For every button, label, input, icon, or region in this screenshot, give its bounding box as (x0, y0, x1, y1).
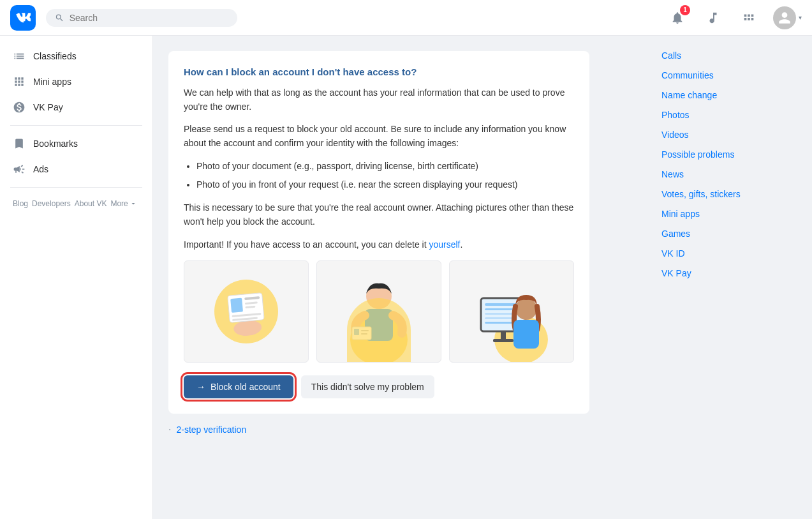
top-nav: 1 ▾ (0, 0, 812, 36)
ads-icon (13, 163, 26, 176)
sidebar-divider-2 (10, 187, 142, 188)
sidebar-item-classifieds[interactable]: Classifieds (0, 43, 152, 69)
right-sidebar-item-9[interactable]: Games (661, 224, 797, 244)
images-row (184, 260, 574, 363)
right-sidebar-item-6[interactable]: News (661, 165, 797, 184)
nav-icon-group: 1 ▾ (666, 6, 802, 29)
svg-point-24 (515, 298, 537, 320)
footer-developers[interactable]: Developers (32, 199, 71, 208)
avatar (773, 6, 796, 29)
search-input[interactable] (70, 13, 228, 23)
right-sidebar-item-7[interactable]: Votes, gifts, stickers (661, 184, 797, 204)
sidebar-item-vkpay[interactable]: VK Pay (0, 94, 152, 120)
illustration-person-card (316, 260, 441, 363)
vk-logo[interactable] (10, 5, 36, 31)
svg-rect-22 (501, 331, 506, 339)
search-box[interactable] (46, 9, 237, 27)
right-sidebar-item-11[interactable]: VK Pay (661, 264, 797, 283)
mini-apps-label: Mini apps (33, 77, 71, 87)
left-sidebar: Classifieds Mini apps VK Pay Bookmarks (0, 36, 153, 519)
btn-row: → Block old account This didn't solve my… (184, 375, 574, 398)
article-para2: Please send us a request to block your o… (184, 123, 574, 150)
avatar-icon (778, 11, 792, 25)
main-content: How can I block an account I don't have … (153, 36, 646, 519)
right-sidebar-item-5[interactable]: Possible problems (661, 145, 797, 165)
right-sidebar-item-4[interactable]: Videos (661, 125, 797, 145)
article-list: Photo of your document (e.g., passport, … (184, 160, 574, 192)
article-para1: We can help with that as long as the acc… (184, 86, 574, 114)
block-btn-label: Block old account (210, 382, 281, 392)
grid-button[interactable] (737, 6, 760, 29)
footer-blog[interactable]: Blog (13, 199, 28, 208)
yourself-link[interactable]: yourself (429, 239, 460, 250)
article-bullet2: Photo of you in front of your request (i… (196, 178, 574, 192)
svg-rect-20 (485, 317, 513, 319)
svg-rect-25 (513, 320, 539, 349)
footer-more[interactable]: More (110, 199, 137, 208)
classifieds-icon (13, 50, 26, 63)
sidebar-item-ads[interactable]: Ads (0, 156, 152, 182)
right-sidebar-item-2[interactable]: Name change (661, 86, 797, 105)
notification-badge: 1 (680, 5, 690, 15)
search-icon (55, 13, 64, 23)
article-para3: This is necessary to be sure that you're… (184, 201, 574, 229)
right-sidebar-item-10[interactable]: VK ID (661, 244, 797, 264)
grid-icon (742, 11, 756, 25)
block-old-account-button[interactable]: → Block old account (184, 375, 293, 398)
vkpay-icon (13, 101, 26, 114)
mini-apps-icon (13, 75, 26, 88)
illustration-person-computer (449, 260, 574, 363)
two-step-link[interactable]: 2-step verification (168, 424, 631, 435)
right-sidebar-item-0[interactable]: Calls (661, 46, 797, 66)
didnt-solve-button[interactable]: This didn't solve my problem (301, 375, 434, 398)
illustration-document (184, 260, 309, 363)
article-bullet1: Photo of your document (e.g., passport, … (196, 160, 574, 174)
sidebar-divider-1 (10, 125, 142, 126)
right-sidebar-item-8[interactable]: Mini apps (661, 204, 797, 224)
article-para4: Important! If you have access to an acco… (184, 238, 574, 252)
svg-rect-2 (230, 298, 243, 313)
two-step-label: 2-step verification (176, 425, 246, 435)
article-body: We can help with that as long as the acc… (184, 86, 574, 252)
chevron-down-icon: ▾ (799, 14, 802, 21)
right-sidebar: CallsCommunitiesName changePhotosVideosP… (646, 36, 812, 519)
document-illus-svg (216, 282, 277, 338)
music-icon (706, 11, 720, 25)
right-sidebar-item-1[interactable]: Communities (661, 66, 797, 86)
right-sidebar-item-3[interactable]: Photos (661, 105, 797, 125)
bookmarks-icon (13, 137, 26, 150)
svg-rect-18 (485, 308, 517, 310)
sidebar-item-bookmarks[interactable]: Bookmarks (0, 131, 152, 156)
chevron-down-small-icon (129, 200, 137, 207)
article-title: How can I block an account I don't have … (184, 66, 574, 77)
arrow-icon: → (196, 382, 205, 392)
article-card: How can I block an account I don't have … (168, 51, 589, 414)
right-sidebar-list: CallsCommunitiesName changePhotosVideosP… (661, 46, 797, 283)
main-layout: Classifieds Mini apps VK Pay Bookmarks (0, 36, 812, 519)
notifications-button[interactable]: 1 (666, 6, 689, 29)
avatar-button[interactable]: ▾ (773, 6, 802, 29)
sidebar-footer: Blog Developers About VK More (0, 193, 152, 214)
music-button[interactable] (702, 6, 725, 29)
vk-logo-svg (15, 10, 31, 26)
person-computer-svg (473, 263, 550, 362)
bookmarks-label: Bookmarks (33, 139, 78, 149)
ads-label: Ads (33, 164, 48, 174)
footer-about[interactable]: About VK (75, 199, 107, 208)
classifieds-label: Classifieds (33, 51, 77, 61)
svg-rect-23 (493, 339, 513, 342)
sidebar-item-mini-apps[interactable]: Mini apps (0, 69, 152, 94)
vkpay-label: VK Pay (33, 102, 63, 112)
didnt-solve-label: This didn't solve my problem (311, 382, 424, 392)
